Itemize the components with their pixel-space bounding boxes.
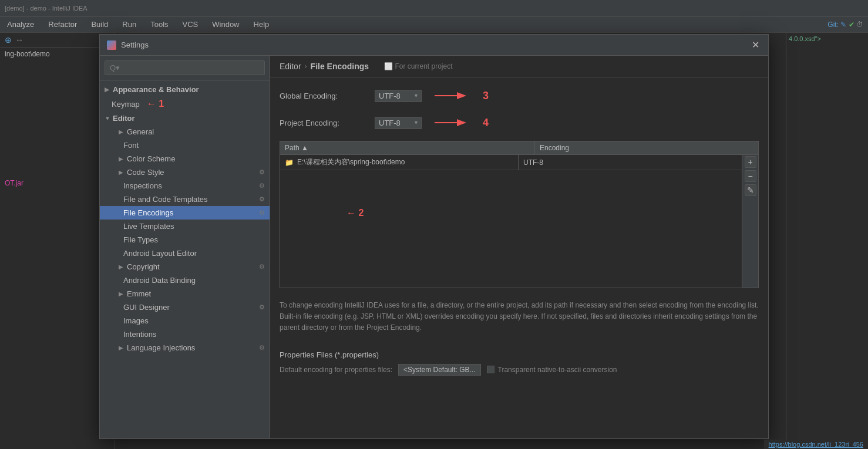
default-encoding-button[interactable]: <System Default: GB...	[398, 364, 480, 376]
sidebar-item-label: Live Templates	[123, 222, 174, 231]
col-encoding: Encoding	[535, 141, 758, 154]
transparent-label: Transparent native-to-ascii conversion	[498, 366, 617, 374]
url-bar: https://blog.csdn.net/li_123ri_456	[764, 440, 868, 449]
sidebar-item-label: Emmet	[127, 289, 151, 298]
expand-arrow: ▶	[105, 86, 110, 93]
search-input[interactable]	[105, 60, 265, 75]
expand-arrow: ▶	[119, 264, 125, 270]
row-path: 📁 E:\课程相关内容\spring-boot\demo	[280, 155, 519, 170]
sidebar-item-fileencodings[interactable]: File Encodings ⚙ ← 2	[100, 206, 270, 220]
sidebar-tree: ▶ Appearance & Behavior Keymap ← 1 ▼	[100, 80, 270, 438]
global-encoding-row: Global Encoding: UTF-8	[280, 87, 759, 104]
info-text: To change encoding IntelliJ IDEA uses fo…	[280, 295, 759, 339]
breadcrumb-note: ⬜ For current project	[384, 62, 452, 70]
add-row-button[interactable]: +	[745, 156, 756, 168]
sidebar-item-general[interactable]: ▶ General	[100, 125, 270, 139]
table-row[interactable]: 📁 E:\课程相关内容\spring-boot\demo UTF-8	[280, 155, 742, 170]
settings-icon-small: ⚙	[259, 209, 265, 217]
transparent-checkbox-row: Transparent native-to-ascii conversion	[487, 366, 617, 374]
project-encoding-select[interactable]: UTF-8	[375, 117, 422, 129]
sidebar-item-images[interactable]: Images	[100, 314, 270, 328]
table-action-buttons: + − ✎	[742, 155, 758, 288]
sidebar-item-languageinjections[interactable]: ▶ Language Injections ⚙	[100, 341, 270, 355]
sidebar-item-keymap[interactable]: Keymap ← 1	[100, 96, 270, 112]
sidebar-item-label: File Types	[123, 235, 158, 244]
remove-row-button[interactable]: −	[745, 170, 756, 182]
sidebar-item-intentions[interactable]: Intentions	[100, 328, 270, 341]
sidebar-item-copyright[interactable]: ▶ Copyright ⚙	[100, 260, 270, 274]
folder-icon: 📁	[285, 158, 294, 167]
dialog-title: Settings	[121, 40, 745, 49]
sidebar-item-label: Android Data Binding	[123, 276, 196, 285]
global-encoding-label: Global Encoding:	[280, 92, 368, 100]
sidebar-item-filetypes[interactable]: File Types	[100, 233, 270, 247]
sidebar-item-appearance[interactable]: ▶ Appearance & Behavior	[100, 83, 270, 96]
project-encoding-select-wrapper: UTF-8	[375, 117, 422, 129]
settings-icon-small: ⚙	[259, 263, 265, 271]
sidebar-item-label: GUI Designer	[123, 303, 170, 312]
global-encoding-select-wrapper: UTF-8	[375, 90, 422, 102]
settings-sidebar: ▶ Appearance & Behavior Keymap ← 1 ▼	[100, 56, 270, 438]
sidebar-item-label: Appearance & Behavior	[113, 85, 199, 94]
content-main: Global Encoding: UTF-8	[270, 77, 768, 438]
dialog-body: ▶ Appearance & Behavior Keymap ← 1 ▼	[100, 56, 768, 438]
search-box	[100, 56, 270, 80]
sidebar-item-label: Color Scheme	[127, 154, 175, 163]
file-table: Path ▲ Encoding 📁 E:\课程相关内容\spring-boot\…	[280, 141, 759, 288]
project-encoding-row: Project Encoding: UTF-8	[280, 114, 759, 131]
settings-icon-small: ⚙	[259, 344, 265, 352]
sidebar-item-label: Intentions	[123, 330, 156, 339]
settings-icon-small: ⚙	[259, 182, 265, 190]
settings-icon-small: ⚙	[259, 168, 265, 176]
global-encoding-select[interactable]: UTF-8	[375, 90, 422, 102]
table-row-area: 📁 E:\课程相关内容\spring-boot\demo UTF-8	[280, 155, 758, 288]
annotation-num-3: 3	[483, 90, 489, 102]
table-empty-space	[280, 170, 742, 288]
menu-bar: [demo] - demo - IntelliJ IDEA	[0, 0, 868, 16]
sidebar-item-livetemplates[interactable]: Live Templates	[100, 220, 270, 233]
sidebar-item-colorscheme[interactable]: ▶ Color Scheme	[100, 152, 270, 166]
sidebar-item-androiddatabinding[interactable]: Android Data Binding	[100, 274, 270, 287]
expand-arrow: ▶	[119, 169, 125, 175]
annotation-1: ← 1	[147, 99, 164, 109]
properties-row: Default encoding for properties files: <…	[280, 364, 759, 376]
sidebar-item-font[interactable]: Font	[100, 139, 270, 152]
table-main: 📁 E:\课程相关内容\spring-boot\demo UTF-8	[280, 155, 742, 288]
ide-background: Analyze Refactor Build Run Tools VCS Win…	[0, 16, 868, 449]
properties-section: Properties Files (*.properties) Default …	[280, 350, 759, 376]
sidebar-item-label: Inspections	[123, 181, 162, 190]
settings-icon	[107, 40, 116, 50]
sidebar-item-label: Font	[123, 141, 139, 150]
sidebar-item-guidesigner[interactable]: GUI Designer ⚙	[100, 301, 270, 314]
sidebar-item-label: Editor	[113, 114, 135, 123]
sidebar-item-label: Copyright	[127, 262, 160, 271]
expand-arrow: ▼	[105, 115, 110, 121]
row-path-text: E:\课程相关内容\spring-boot\demo	[297, 157, 405, 167]
sidebar-item-label: File Encodings	[123, 208, 173, 217]
window-title-hint: [demo] - demo - IntelliJ IDEA	[5, 5, 88, 12]
col-path[interactable]: Path ▲	[280, 141, 535, 154]
close-button[interactable]: ✕	[749, 39, 761, 51]
annotation-num-4: 4	[483, 117, 489, 129]
sidebar-item-label: Keymap	[112, 100, 140, 109]
sidebar-item-emmet[interactable]: ▶ Emmet	[100, 287, 270, 301]
sidebar-item-label: Code Style	[127, 168, 164, 177]
dialog-overlay: Settings ✕ ▶ Appearance & Behavior	[0, 16, 868, 449]
row-encoding: UTF-8	[519, 156, 742, 169]
transparent-checkbox[interactable]	[487, 366, 494, 373]
sidebar-item-label: Android Layout Editor	[123, 249, 197, 258]
sidebar-item-editor[interactable]: ▼ Editor	[100, 112, 270, 125]
sidebar-item-label: Images	[123, 316, 149, 325]
sidebar-item-codestyle[interactable]: ▶ Code Style ⚙	[100, 166, 270, 179]
default-encoding-label: Default encoding for properties files:	[280, 366, 392, 374]
annotation-arrow-4	[429, 114, 476, 131]
breadcrumb-editor: Editor	[280, 62, 301, 71]
info-text-content: To change encoding IntelliJ IDEA uses fo…	[280, 301, 759, 332]
edit-row-button[interactable]: ✎	[745, 184, 756, 196]
sidebar-item-inspections[interactable]: Inspections ⚙	[100, 179, 270, 193]
sidebar-item-filecodetemplates[interactable]: File and Code Templates ⚙	[100, 193, 270, 206]
table-header: Path ▲ Encoding	[280, 141, 758, 155]
sidebar-item-androidlayout[interactable]: Android Layout Editor	[100, 247, 270, 260]
sidebar-item-label: Language Injections	[127, 343, 195, 352]
properties-title: Properties Files (*.properties)	[280, 350, 759, 359]
